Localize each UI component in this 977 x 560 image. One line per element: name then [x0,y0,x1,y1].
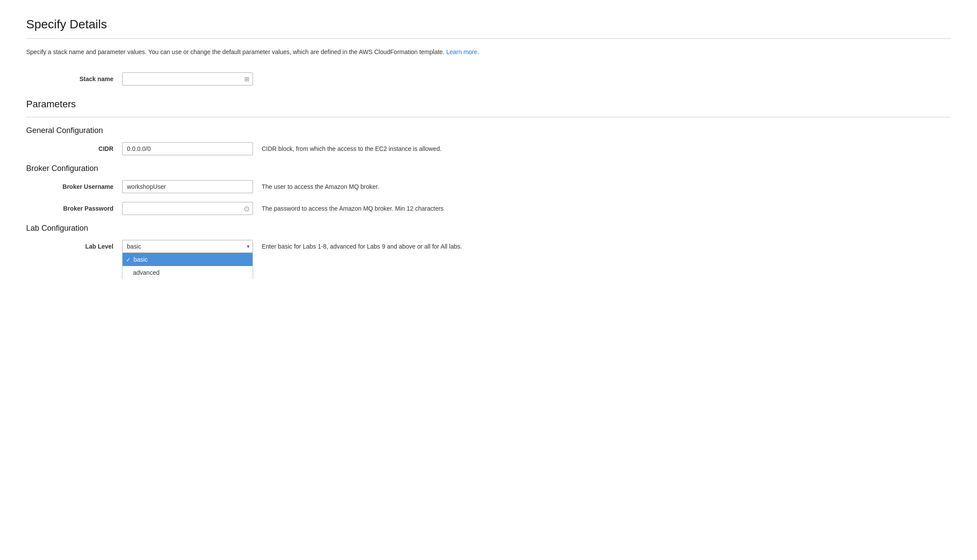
option-basic-label: basic [133,256,148,263]
broker-username-label: Broker Username [26,183,122,190]
broker-password-description: The password to access the Amazon MQ bro… [262,205,444,212]
parameters-divider [26,117,951,117]
dropdown-trigger[interactable]: basic ▾ [122,240,253,253]
dropdown-selected-value: basic [127,243,141,250]
cidr-description: CIDR block, from which the access to the… [262,145,441,152]
check-icon: ✓ [126,256,131,263]
dropdown-option-basic[interactable]: ✓ basic [123,253,253,266]
general-config-title: General Configuration [26,126,951,135]
broker-password-wrapper: ⊙ [122,202,253,215]
broker-config-title: Broker Configuration [26,164,951,173]
stack-name-input-wrapper: ⊞ [122,72,253,85]
dropdown-option-advanced[interactable]: advanced [123,266,253,279]
broker-username-input[interactable] [122,180,253,193]
broker-password-label: Broker Password [26,205,122,212]
lab-level-description: Enter basic for Labs 1-8, advanced for L… [262,243,462,250]
parameters-title: Parameters [26,99,951,110]
broker-username-description: The user to access the Amazon MQ broker. [262,183,379,190]
stack-name-label: Stack name [26,75,122,82]
lab-level-label: Lab Level [26,243,122,250]
lab-config-title: Lab Configuration [26,224,951,233]
page-title: Specify Details [26,17,951,31]
description-text: Specify a stack name and parameter value… [26,48,951,57]
cidr-row: CIDR CIDR block, from which the access t… [26,142,951,155]
broker-password-row: Broker Password ⊙ The password to access… [26,202,951,215]
lab-level-dropdown[interactable]: basic ▾ ✓ basic advanced all [122,240,253,253]
stack-name-row: Stack name ⊞ [26,72,951,85]
cidr-input[interactable] [122,142,253,155]
dropdown-arrow-icon: ▾ [247,243,249,249]
broker-password-input[interactable] [122,202,253,215]
broker-username-row: Broker Username The user to access the A… [26,180,951,193]
title-divider [26,38,951,39]
learn-more-link[interactable]: Learn more. [446,48,479,55]
lab-level-row: Lab Level basic ▾ ✓ basic advanced all E… [26,240,951,253]
stack-name-input[interactable] [122,72,253,85]
cidr-label: CIDR [26,145,122,152]
dropdown-menu: ✓ basic advanced all [122,253,253,279]
option-advanced-label: advanced [133,269,160,276]
